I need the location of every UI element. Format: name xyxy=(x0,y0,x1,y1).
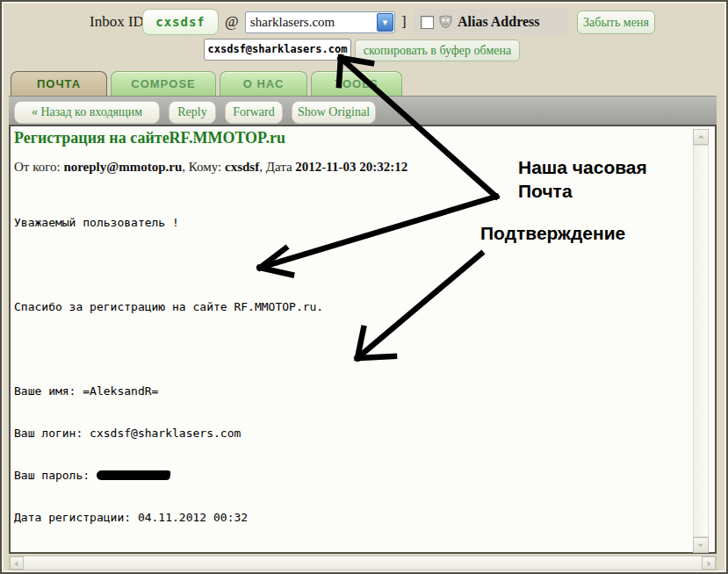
horizontal-scrollbar-track[interactable] xyxy=(9,556,717,570)
tab-tools[interactable]: TOOLS xyxy=(311,71,402,96)
scroll-down-button[interactable]: › xyxy=(693,537,709,553)
body-line: Дата регистрации: 04.11.2012 00:32 xyxy=(14,511,351,525)
guerrilla-mail-window: Inbox ID: [ cxsdsf @ sharklasers.com ▾ ]… xyxy=(0,0,728,574)
email-body: Уважаемый пользователь ! Спасибо за реги… xyxy=(14,188,351,574)
password-label: Ваш пароль: xyxy=(14,469,97,482)
body-line-login: Ваш логин: cxsdsf@sharklasers.com xyxy=(14,427,351,441)
from-value: noreply@mmotop.ru xyxy=(63,160,182,174)
alias-address-label: Alias Address xyxy=(458,14,540,30)
body-line: Уважаемый пользователь ! xyxy=(14,216,351,230)
alias-panel: Alias Address xyxy=(414,9,569,35)
annotation-hourly-mail: Наша часовая Почта xyxy=(518,155,672,203)
blank-line xyxy=(14,258,351,272)
vertical-scrollbar-track[interactable] xyxy=(693,145,709,537)
tab-mail[interactable]: ПОЧТА xyxy=(11,71,107,96)
alias-checkbox[interactable] xyxy=(421,16,434,29)
scroll-right-button[interactable]: › xyxy=(702,556,716,570)
email-address-display[interactable]: cxsdsf@sharklasers.com xyxy=(204,39,351,61)
chevron-right-icon: › xyxy=(707,557,711,570)
chevron-left-icon: ‹ xyxy=(15,557,19,570)
email-toolbar: « Назад ко входящим Reply Forward Show O… xyxy=(9,96,717,125)
bracket-close: ] xyxy=(401,13,407,31)
scroll-left-button[interactable]: ‹ xyxy=(10,556,24,570)
show-original-button[interactable]: Show Original xyxy=(292,101,376,124)
date-label: , Дата xyxy=(259,160,292,174)
annotation-confirmation: Подтверждение xyxy=(480,221,682,245)
to-value: cxsdsf xyxy=(225,160,259,174)
domain-select-value: sharklasers.com xyxy=(246,15,377,30)
reply-button[interactable]: Reply xyxy=(169,101,216,124)
copy-to-clipboard-button[interactable]: скопировать в буфер обмена xyxy=(355,39,520,61)
tab-about[interactable]: О НАС xyxy=(220,71,307,96)
chevron-down-icon: › xyxy=(695,543,707,548)
password-redaction xyxy=(96,470,170,480)
email-subject: Регистрация на сайтеRF.MMOTOP.ru xyxy=(14,129,285,147)
body-line: Спасибо за регистрацию на сайте RF.MMOTO… xyxy=(14,300,351,314)
blank-line xyxy=(14,342,351,356)
body-line-password: Ваш пароль: xyxy=(14,469,351,483)
forward-button[interactable]: Forward xyxy=(225,101,283,124)
forget-me-button[interactable]: Забыть меня xyxy=(577,11,655,34)
chevron-up-icon: › xyxy=(695,135,707,140)
tab-compose[interactable]: COMPOSE xyxy=(111,71,216,96)
domain-select[interactable]: sharklasers.com ▾ xyxy=(245,11,395,33)
at-symbol: @ xyxy=(225,13,239,31)
to-label: , Кому: xyxy=(182,160,221,174)
alias-mask-icon xyxy=(438,15,453,29)
scroll-up-button[interactable]: › xyxy=(693,129,709,145)
body-line: Ваше имя: =AleksandR= xyxy=(14,384,351,398)
email-from-line: От кого: noreply@mmotop.ru, Кому: cxsdsf… xyxy=(14,160,407,175)
chevron-down-icon[interactable]: ▾ xyxy=(377,13,393,32)
inbox-id-input[interactable]: cxsdsf xyxy=(142,9,219,35)
date-value: 2012-11-03 20:32:12 xyxy=(295,160,407,174)
from-label: От кого: xyxy=(14,160,61,174)
back-to-inbox-button[interactable]: « Назад ко входящим xyxy=(14,101,160,124)
